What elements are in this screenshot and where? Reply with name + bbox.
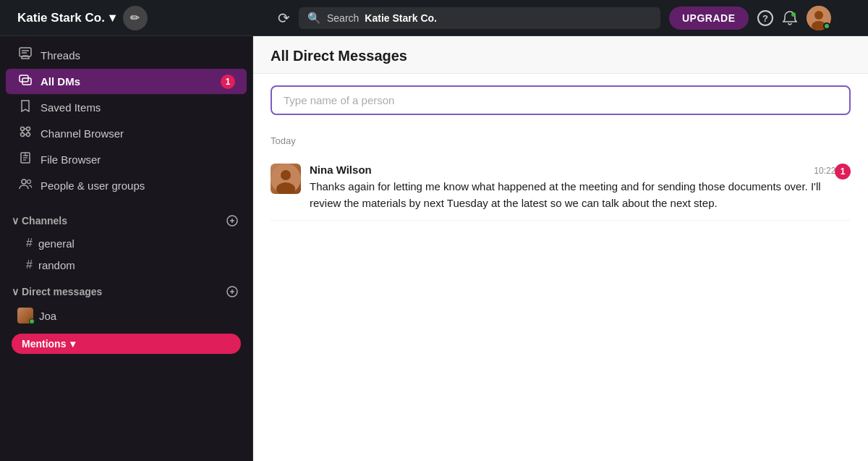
sidebar-item-saved[interactable]: Saved Items (6, 95, 247, 120)
svg-point-2 (791, 12, 796, 17)
dm-joa-label: Joa (39, 310, 56, 322)
mentions-label: Mentions (22, 338, 66, 350)
question-icon: ? (757, 10, 773, 26)
help-button[interactable]: ? (757, 10, 773, 26)
channel-general[interactable]: # general (6, 233, 247, 253)
saved-label: Saved Items (41, 101, 235, 114)
svg-point-24 (27, 180, 31, 184)
bell-icon (782, 10, 798, 26)
add-dm-button[interactable] (224, 283, 241, 300)
search-workspace: Katie Stark Co. (365, 12, 437, 24)
page-title: All Direct Messages (271, 48, 851, 64)
sidebar-item-threads[interactable]: Threads (6, 43, 247, 68)
channel-browser-label: Channel Browser (41, 127, 235, 140)
sidebar-item-file-browser[interactable]: File Browser (6, 147, 247, 172)
person-search-input[interactable] (271, 85, 851, 115)
dm-avatar-joa (17, 308, 33, 323)
svg-point-14 (27, 133, 30, 137)
message-row: Nina Wilson 10:22 AM Thanks again for le… (271, 155, 851, 221)
add-channel-button[interactable] (224, 212, 241, 229)
workspace-chevron: ▾ (109, 10, 116, 25)
svg-rect-6 (20, 48, 31, 56)
mentions-chevron: ▾ (70, 338, 75, 350)
dm-section-label: Direct messages (22, 286, 224, 297)
channels-section-chevron: ∨ (12, 215, 19, 227)
sidebar-item-all-dms[interactable]: All DMs 1 (6, 69, 247, 94)
workspace-section: Katie Stark Co. ▾ ✏ (9, 6, 262, 30)
svg-text:?: ? (762, 13, 768, 24)
edit-icon: ✏ (130, 11, 140, 25)
message-sender: Nina Wilson (310, 164, 372, 176)
channel-browser-icon (17, 125, 33, 142)
header-right: ⟳ 🔍 Search Katie Stark Co. UPGRADE ? (269, 6, 859, 30)
edit-button[interactable]: ✏ (123, 6, 148, 30)
page-header: All Direct Messages (253, 36, 868, 74)
search-bar[interactable]: 🔍 Search Katie Stark Co. (299, 7, 660, 29)
history-icon: ⟳ (278, 9, 290, 27)
hash-icon: # (26, 237, 33, 250)
main-area: Threads All DMs 1 Saved Ite (0, 36, 868, 461)
all-dms-icon (17, 73, 33, 90)
file-browser-icon (17, 151, 33, 168)
hash-icon-random: # (26, 258, 33, 271)
dm-section-chevron: ∨ (12, 286, 19, 297)
saved-icon (17, 99, 33, 116)
svg-point-13 (21, 133, 25, 137)
sidebar-item-channel-browser[interactable]: Channel Browser (6, 121, 247, 146)
threads-icon (17, 47, 33, 64)
dm-status-indicator (29, 318, 35, 324)
channel-general-label: general (38, 237, 75, 250)
all-dms-badge: 1 (221, 75, 235, 89)
channels-section-header[interactable]: ∨ Channels (0, 205, 252, 232)
message-body: Nina Wilson 10:22 AM Thanks again for le… (310, 164, 851, 211)
bell-button[interactable] (782, 10, 798, 26)
svg-point-4 (814, 11, 823, 20)
upgrade-label: UPGRADE (682, 12, 736, 24)
svg-point-23 (22, 179, 26, 184)
svg-point-32 (281, 170, 291, 180)
message-avatar (271, 164, 301, 194)
sidebar-item-people-groups[interactable]: People & user groups (6, 173, 247, 198)
search-label: Search (327, 12, 359, 24)
people-groups-label: People & user groups (41, 179, 235, 192)
upgrade-button[interactable]: UPGRADE (669, 7, 749, 30)
dm-section-header[interactable]: ∨ Direct messages (0, 276, 252, 303)
message-text: Thanks again for letting me know what ha… (310, 179, 851, 211)
main-content: All Direct Messages Today Nina Wilson 10… (253, 36, 868, 461)
dm-item-joa[interactable]: Joa (6, 304, 247, 327)
workspace-name[interactable]: Katie Stark Co. ▾ (17, 10, 116, 25)
user-avatar-container[interactable] (807, 6, 831, 30)
date-divider: Today (271, 135, 851, 146)
threads-label: Threads (41, 49, 235, 62)
history-button[interactable]: ⟳ (278, 9, 290, 27)
svg-point-11 (21, 127, 25, 131)
file-browser-label: File Browser (41, 153, 235, 166)
workspace-title: Katie Stark Co. (17, 11, 105, 25)
sidebar-nav: Threads All DMs 1 Saved Ite (0, 36, 252, 205)
message-header: Nina Wilson 10:22 AM (310, 164, 851, 176)
top-header: Katie Stark Co. ▾ ✏ ⟳ 🔍 Search Katie Sta… (0, 0, 868, 36)
svg-point-12 (27, 127, 30, 131)
online-status-indicator (823, 22, 830, 30)
channel-random-label: random (38, 259, 75, 271)
search-icon: 🔍 (307, 12, 321, 25)
message-unread-badge: 1 (835, 164, 851, 179)
content-area: Today Nina Wilson 10:22 AM Thanks again … (253, 74, 868, 461)
sidebar: Threads All DMs 1 Saved Ite (0, 36, 253, 461)
people-groups-icon (17, 177, 33, 194)
channel-random[interactable]: # random (6, 255, 247, 275)
all-dms-label: All DMs (41, 75, 213, 88)
channels-section-label: Channels (22, 215, 224, 227)
mentions-button[interactable]: Mentions ▾ (12, 334, 241, 354)
